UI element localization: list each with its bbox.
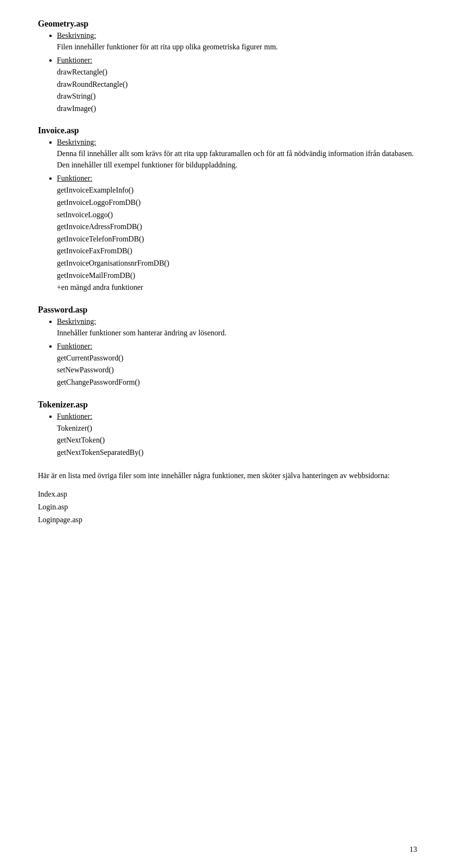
geometry-func-1: drawRectangle(): [57, 66, 417, 78]
geometry-heading: Geometry.asp: [38, 19, 417, 29]
password-func-1: getCurrentPassword(): [57, 352, 417, 364]
invoice-func-4: getInvoiceAdressFromDB(): [57, 221, 417, 233]
password-bullets: Beskrivning: Innehåller funktioner som h…: [57, 316, 417, 388]
password-heading: Password.asp: [38, 305, 417, 315]
password-functions-block: getCurrentPassword() setNewPassword() ge…: [57, 352, 417, 388]
tokenizer-funktioner-label: Funktioner:: [57, 412, 92, 420]
tokenizer-section: Tokenizer.asp Funktioner: Tokenizer() ge…: [38, 400, 417, 459]
password-section: Password.asp Beskrivning: Innehåller fun…: [38, 305, 417, 388]
password-funktioner-item: Funktioner: getCurrentPassword() setNewP…: [57, 341, 417, 388]
tokenizer-heading: Tokenizer.asp: [38, 400, 417, 410]
tokenizer-functions-block: Tokenizer() getNextToken() getNextTokenS…: [57, 422, 417, 459]
geometry-bullets: Beskrivning: Filen innehåller funktioner…: [57, 30, 417, 114]
geometry-funktioner-item: Funktioner: drawRectangle() drawRoundRec…: [57, 55, 417, 114]
invoice-heading: Invoice.asp: [38, 126, 417, 136]
page-number: 13: [410, 845, 417, 854]
tokenizer-func-3: getNextTokenSeparatedBy(): [57, 446, 417, 459]
invoice-beskrivning-label: Beskrivning:: [57, 138, 96, 146]
geometry-beskrivning-text: Filen innehåller funktioner för att rita…: [57, 43, 278, 51]
password-beskrivning-text: Innehåller funktioner som hanterar ändri…: [57, 329, 227, 337]
invoice-func-1: getInvoiceExampleInfo(): [57, 184, 417, 196]
tokenizer-func-2: getNextToken(): [57, 434, 417, 446]
invoice-func-2: getInvoiceLoggoFromDB(): [57, 196, 417, 209]
password-func-3: getChangePasswordForm(): [57, 376, 417, 388]
geometry-beskrivning-item: Beskrivning: Filen innehåller funktioner…: [57, 30, 417, 53]
invoice-func-5: getInvoiceTelefonFromDB(): [57, 233, 417, 245]
geometry-section: Geometry.asp Beskrivning: Filen innehåll…: [38, 19, 417, 114]
file-list: Index.asp Login.asp Loginpage.asp: [38, 488, 417, 526]
geometry-beskrivning-label: Beskrivning:: [57, 31, 96, 39]
password-beskrivning-item: Beskrivning: Innehåller funktioner som h…: [57, 316, 417, 339]
geometry-func-2: drawRoundRectangle(): [57, 78, 417, 91]
invoice-func-8: getInvoiceMailFromDB(): [57, 269, 417, 282]
invoice-section: Invoice.asp Beskrivning: Denna fil inneh…: [38, 126, 417, 293]
geometry-funktioner-label: Funktioner:: [57, 56, 92, 64]
invoice-func-9: +en mängd andra funktioner: [57, 281, 417, 294]
closing-paragraph: Här är en lista med övriga filer som int…: [38, 470, 417, 482]
invoice-functions-block: getInvoiceExampleInfo() getInvoiceLoggoF…: [57, 184, 417, 293]
file-list-item-2: Login.asp: [38, 500, 417, 513]
invoice-beskrivning-item: Beskrivning: Denna fil innehåller allt s…: [57, 137, 417, 171]
file-list-item-1: Index.asp: [38, 488, 417, 500]
invoice-func-7: getInvoiceOrganisationsnrFromDB(): [57, 257, 417, 269]
file-list-item-3: Loginpage.asp: [38, 513, 417, 526]
geometry-func-3: drawString(): [57, 90, 417, 102]
password-func-2: setNewPassword(): [57, 364, 417, 376]
invoice-beskrivning-text: Denna fil innehåller allt som krävs för …: [57, 149, 414, 169]
geometry-functions-block: drawRectangle() drawRoundRectangle() dra…: [57, 66, 417, 114]
tokenizer-bullets: Funktioner: Tokenizer() getNextToken() g…: [57, 411, 417, 459]
invoice-funktioner-label: Funktioner:: [57, 174, 92, 182]
invoice-bullets: Beskrivning: Denna fil innehåller allt s…: [57, 137, 417, 293]
invoice-func-6: getInvoiceFaxFromDB(): [57, 245, 417, 257]
password-beskrivning-label: Beskrivning:: [57, 317, 96, 325]
geometry-func-4: drawImage(): [57, 102, 417, 115]
tokenizer-funktioner-item: Funktioner: Tokenizer() getNextToken() g…: [57, 411, 417, 459]
invoice-funktioner-item: Funktioner: getInvoiceExampleInfo() getI…: [57, 173, 417, 293]
password-funktioner-label: Funktioner:: [57, 342, 92, 350]
tokenizer-func-1: Tokenizer(): [57, 422, 417, 434]
invoice-func-3: setInvoiceLoggo(): [57, 209, 417, 221]
